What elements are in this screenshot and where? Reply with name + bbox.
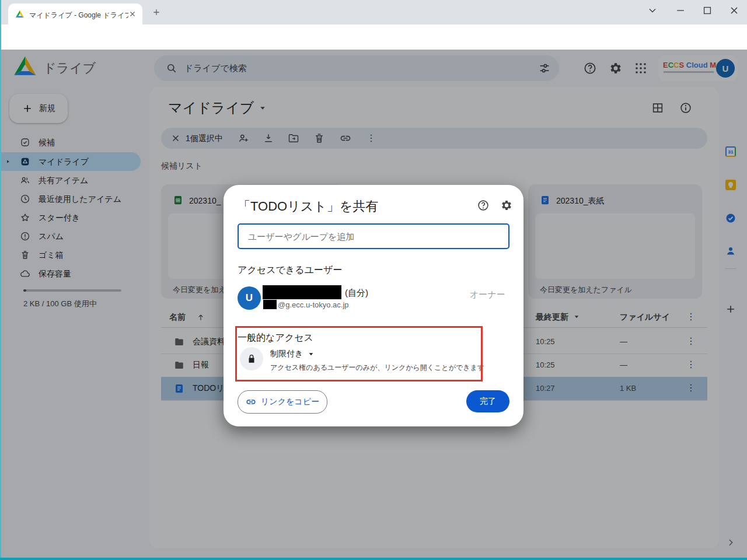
general-access-heading: 一般的なアクセス (238, 332, 313, 344)
tab-title: マイドライブ - Google ドライブ (29, 10, 128, 20)
user-avatar: U (238, 286, 261, 310)
window-maximize-icon[interactable] (701, 5, 713, 16)
redacted-email-prefix (263, 300, 277, 309)
people-with-access-heading: アクセスできるユーザー (238, 264, 342, 276)
done-button[interactable]: 完了 (466, 390, 509, 412)
capture-border-left (0, 0, 1, 560)
restricted-lock-badge (240, 347, 263, 370)
owner-role-label: オーナー (470, 289, 505, 300)
lock-icon (246, 354, 257, 364)
add-people-input[interactable] (238, 223, 509, 249)
browser-window: マイドライブ - Google ドライブ drive.google.com/dr… (0, 0, 747, 560)
access-description: アクセス権のあるユーザーのみが、リンクから開くことができます (270, 363, 484, 373)
user-row[interactable]: U (自分) @g.ecc.u-tokyo.ac.jp オーナー (224, 282, 523, 316)
tab-close-icon[interactable] (128, 10, 137, 18)
user-avatar-initial: U (246, 292, 253, 304)
redacted-user-name (263, 285, 341, 299)
link-icon (246, 397, 256, 407)
settings-gear-icon[interactable] (500, 199, 513, 212)
copy-link-label: リンクをコピー (261, 397, 319, 407)
capture-border-bottom (0, 558, 747, 560)
help-icon[interactable] (477, 199, 490, 212)
copy-link-button[interactable]: リンクをコピー (238, 390, 327, 414)
dialog-title: 「TODOリスト」を共有 (238, 198, 378, 215)
window-close-icon[interactable] (728, 5, 740, 16)
drive-favicon-icon (15, 9, 25, 19)
browser-tab[interactable]: マイドライブ - Google ドライブ (8, 4, 142, 24)
self-label: (自分) (345, 288, 368, 299)
dropdown-caret-icon (306, 349, 316, 359)
user-email: @g.ecc.u-tokyo.ac.jp (278, 300, 349, 309)
browser-toolbar: drive.google.com/drive/my-drive U ⋮ (0, 24, 747, 50)
window-minimize-icon[interactable] (675, 5, 686, 16)
share-dialog: 「TODOリスト」を共有 アクセスできるユーザー U (自分) @g.ecc.u… (224, 185, 523, 426)
access-level-dropdown[interactable]: 制限付き (270, 349, 316, 359)
access-level-value: 制限付き (270, 349, 303, 359)
tab-strip: マイドライブ - Google ドライブ (0, 0, 747, 24)
new-tab-icon[interactable] (152, 8, 161, 17)
done-label: 完了 (480, 396, 496, 407)
window-chevron-icon[interactable] (647, 5, 658, 16)
